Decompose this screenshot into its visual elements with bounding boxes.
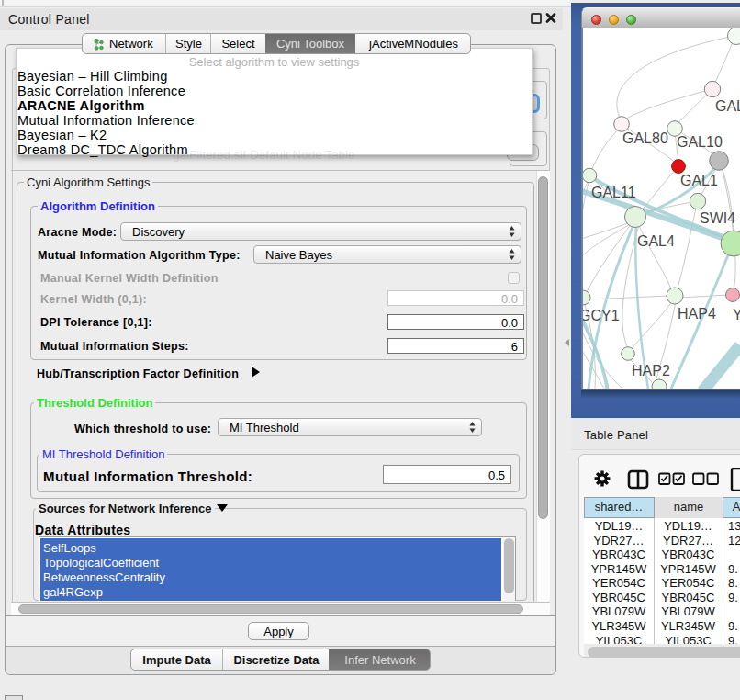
svg-text:GCY1: GCY1 (583, 308, 620, 323)
svg-text:GAL80: GAL80 (622, 130, 668, 146)
svg-text:YJ: YJ (733, 307, 740, 322)
svg-text:HAP2: HAP2 (632, 363, 670, 378)
svg-text:HAP4: HAP4 (678, 306, 716, 322)
svg-text:GAL1: GAL1 (680, 173, 718, 188)
svg-text:GAL4: GAL4 (637, 233, 675, 249)
svg-text:GAL7: GAL7 (715, 98, 740, 114)
svg-text:GAL10: GAL10 (677, 134, 723, 150)
svg-text:SWI4: SWI4 (700, 210, 735, 226)
svg-text:GAL11: GAL11 (591, 185, 636, 200)
